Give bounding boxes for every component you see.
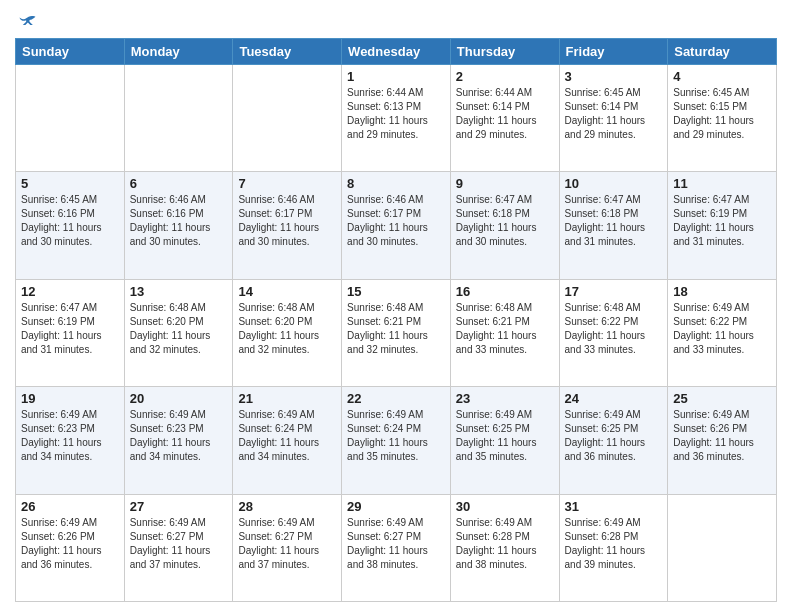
day-number: 3 xyxy=(565,69,663,84)
calendar-week-row: 12Sunrise: 6:47 AM Sunset: 6:19 PM Dayli… xyxy=(16,279,777,386)
day-info: Sunrise: 6:49 AM Sunset: 6:22 PM Dayligh… xyxy=(673,301,771,357)
weekday-header-saturday: Saturday xyxy=(668,39,777,65)
calendar-cell: 11Sunrise: 6:47 AM Sunset: 6:19 PM Dayli… xyxy=(668,172,777,279)
calendar-cell: 27Sunrise: 6:49 AM Sunset: 6:27 PM Dayli… xyxy=(124,494,233,601)
day-info: Sunrise: 6:49 AM Sunset: 6:24 PM Dayligh… xyxy=(347,408,445,464)
calendar-cell: 20Sunrise: 6:49 AM Sunset: 6:23 PM Dayli… xyxy=(124,387,233,494)
day-number: 28 xyxy=(238,499,336,514)
calendar-cell: 1Sunrise: 6:44 AM Sunset: 6:13 PM Daylig… xyxy=(342,65,451,172)
day-info: Sunrise: 6:49 AM Sunset: 6:28 PM Dayligh… xyxy=(456,516,554,572)
day-info: Sunrise: 6:45 AM Sunset: 6:15 PM Dayligh… xyxy=(673,86,771,142)
day-number: 19 xyxy=(21,391,119,406)
day-info: Sunrise: 6:45 AM Sunset: 6:14 PM Dayligh… xyxy=(565,86,663,142)
calendar-cell xyxy=(124,65,233,172)
calendar-cell: 28Sunrise: 6:49 AM Sunset: 6:27 PM Dayli… xyxy=(233,494,342,601)
day-info: Sunrise: 6:49 AM Sunset: 6:24 PM Dayligh… xyxy=(238,408,336,464)
day-number: 21 xyxy=(238,391,336,406)
calendar-week-row: 1Sunrise: 6:44 AM Sunset: 6:13 PM Daylig… xyxy=(16,65,777,172)
day-number: 22 xyxy=(347,391,445,406)
day-number: 14 xyxy=(238,284,336,299)
day-number: 12 xyxy=(21,284,119,299)
calendar-cell xyxy=(233,65,342,172)
day-number: 27 xyxy=(130,499,228,514)
day-info: Sunrise: 6:47 AM Sunset: 6:19 PM Dayligh… xyxy=(673,193,771,249)
weekday-header-sunday: Sunday xyxy=(16,39,125,65)
calendar-cell: 2Sunrise: 6:44 AM Sunset: 6:14 PM Daylig… xyxy=(450,65,559,172)
calendar-cell: 5Sunrise: 6:45 AM Sunset: 6:16 PM Daylig… xyxy=(16,172,125,279)
calendar-cell: 22Sunrise: 6:49 AM Sunset: 6:24 PM Dayli… xyxy=(342,387,451,494)
calendar-cell: 30Sunrise: 6:49 AM Sunset: 6:28 PM Dayli… xyxy=(450,494,559,601)
day-info: Sunrise: 6:48 AM Sunset: 6:21 PM Dayligh… xyxy=(456,301,554,357)
day-number: 11 xyxy=(673,176,771,191)
day-number: 13 xyxy=(130,284,228,299)
day-number: 4 xyxy=(673,69,771,84)
calendar-cell: 17Sunrise: 6:48 AM Sunset: 6:22 PM Dayli… xyxy=(559,279,668,386)
header xyxy=(15,10,777,30)
day-number: 8 xyxy=(347,176,445,191)
calendar-cell xyxy=(16,65,125,172)
day-info: Sunrise: 6:49 AM Sunset: 6:26 PM Dayligh… xyxy=(673,408,771,464)
day-info: Sunrise: 6:47 AM Sunset: 6:19 PM Dayligh… xyxy=(21,301,119,357)
day-info: Sunrise: 6:48 AM Sunset: 6:21 PM Dayligh… xyxy=(347,301,445,357)
calendar-cell: 26Sunrise: 6:49 AM Sunset: 6:26 PM Dayli… xyxy=(16,494,125,601)
day-info: Sunrise: 6:46 AM Sunset: 6:16 PM Dayligh… xyxy=(130,193,228,249)
calendar-cell: 12Sunrise: 6:47 AM Sunset: 6:19 PM Dayli… xyxy=(16,279,125,386)
day-number: 5 xyxy=(21,176,119,191)
day-number: 25 xyxy=(673,391,771,406)
day-info: Sunrise: 6:47 AM Sunset: 6:18 PM Dayligh… xyxy=(565,193,663,249)
day-info: Sunrise: 6:46 AM Sunset: 6:17 PM Dayligh… xyxy=(347,193,445,249)
day-info: Sunrise: 6:48 AM Sunset: 6:20 PM Dayligh… xyxy=(130,301,228,357)
day-number: 20 xyxy=(130,391,228,406)
calendar-cell: 23Sunrise: 6:49 AM Sunset: 6:25 PM Dayli… xyxy=(450,387,559,494)
weekday-header-monday: Monday xyxy=(124,39,233,65)
day-info: Sunrise: 6:46 AM Sunset: 6:17 PM Dayligh… xyxy=(238,193,336,249)
day-number: 9 xyxy=(456,176,554,191)
day-info: Sunrise: 6:49 AM Sunset: 6:23 PM Dayligh… xyxy=(21,408,119,464)
calendar-cell: 15Sunrise: 6:48 AM Sunset: 6:21 PM Dayli… xyxy=(342,279,451,386)
day-number: 15 xyxy=(347,284,445,299)
day-info: Sunrise: 6:47 AM Sunset: 6:18 PM Dayligh… xyxy=(456,193,554,249)
calendar-week-row: 5Sunrise: 6:45 AM Sunset: 6:16 PM Daylig… xyxy=(16,172,777,279)
day-number: 1 xyxy=(347,69,445,84)
day-number: 29 xyxy=(347,499,445,514)
day-info: Sunrise: 6:49 AM Sunset: 6:23 PM Dayligh… xyxy=(130,408,228,464)
calendar-cell: 25Sunrise: 6:49 AM Sunset: 6:26 PM Dayli… xyxy=(668,387,777,494)
day-number: 16 xyxy=(456,284,554,299)
day-info: Sunrise: 6:48 AM Sunset: 6:22 PM Dayligh… xyxy=(565,301,663,357)
weekday-header-tuesday: Tuesday xyxy=(233,39,342,65)
day-info: Sunrise: 6:49 AM Sunset: 6:26 PM Dayligh… xyxy=(21,516,119,572)
calendar-cell: 14Sunrise: 6:48 AM Sunset: 6:20 PM Dayli… xyxy=(233,279,342,386)
calendar-cell: 31Sunrise: 6:49 AM Sunset: 6:28 PM Dayli… xyxy=(559,494,668,601)
day-number: 31 xyxy=(565,499,663,514)
calendar-cell: 4Sunrise: 6:45 AM Sunset: 6:15 PM Daylig… xyxy=(668,65,777,172)
calendar-cell: 13Sunrise: 6:48 AM Sunset: 6:20 PM Dayli… xyxy=(124,279,233,386)
calendar-cell: 7Sunrise: 6:46 AM Sunset: 6:17 PM Daylig… xyxy=(233,172,342,279)
calendar-week-row: 19Sunrise: 6:49 AM Sunset: 6:23 PM Dayli… xyxy=(16,387,777,494)
day-info: Sunrise: 6:44 AM Sunset: 6:13 PM Dayligh… xyxy=(347,86,445,142)
day-info: Sunrise: 6:49 AM Sunset: 6:28 PM Dayligh… xyxy=(565,516,663,572)
day-info: Sunrise: 6:44 AM Sunset: 6:14 PM Dayligh… xyxy=(456,86,554,142)
weekday-header-thursday: Thursday xyxy=(450,39,559,65)
weekday-header-friday: Friday xyxy=(559,39,668,65)
day-number: 26 xyxy=(21,499,119,514)
day-number: 10 xyxy=(565,176,663,191)
day-number: 30 xyxy=(456,499,554,514)
page: SundayMondayTuesdayWednesdayThursdayFrid… xyxy=(0,0,792,612)
day-info: Sunrise: 6:49 AM Sunset: 6:27 PM Dayligh… xyxy=(130,516,228,572)
logo-bird-icon xyxy=(17,10,37,30)
day-info: Sunrise: 6:45 AM Sunset: 6:16 PM Dayligh… xyxy=(21,193,119,249)
day-number: 6 xyxy=(130,176,228,191)
day-number: 18 xyxy=(673,284,771,299)
calendar-week-row: 26Sunrise: 6:49 AM Sunset: 6:26 PM Dayli… xyxy=(16,494,777,601)
day-number: 24 xyxy=(565,391,663,406)
calendar-cell: 18Sunrise: 6:49 AM Sunset: 6:22 PM Dayli… xyxy=(668,279,777,386)
day-info: Sunrise: 6:49 AM Sunset: 6:27 PM Dayligh… xyxy=(238,516,336,572)
calendar-cell: 3Sunrise: 6:45 AM Sunset: 6:14 PM Daylig… xyxy=(559,65,668,172)
day-number: 23 xyxy=(456,391,554,406)
day-info: Sunrise: 6:49 AM Sunset: 6:27 PM Dayligh… xyxy=(347,516,445,572)
day-number: 7 xyxy=(238,176,336,191)
calendar-cell xyxy=(668,494,777,601)
logo xyxy=(15,10,37,30)
calendar-cell: 6Sunrise: 6:46 AM Sunset: 6:16 PM Daylig… xyxy=(124,172,233,279)
calendar-table: SundayMondayTuesdayWednesdayThursdayFrid… xyxy=(15,38,777,602)
